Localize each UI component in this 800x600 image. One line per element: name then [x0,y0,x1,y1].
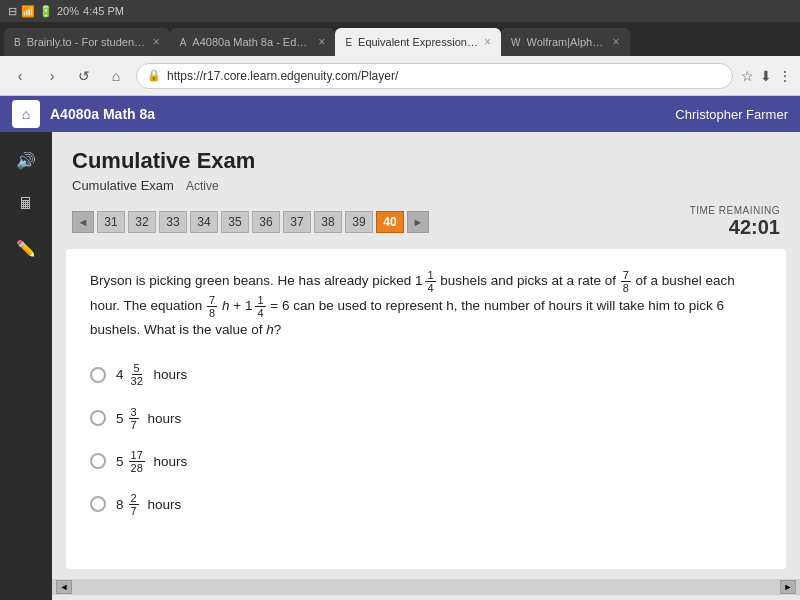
main-content: Cumulative Exam Cumulative Exam Active ◄… [52,132,800,600]
scroll-right[interactable]: ► [780,580,796,594]
audio-icon[interactable]: 🔊 [8,142,44,178]
answer-text-c: 5 17 28 hours [116,449,187,474]
content-area: 🔊 🖩 ✏️ Cumulative Exam Cumulative Exam A… [0,132,800,600]
exam-subtitle: Cumulative Exam [72,178,174,193]
eq-const-whole: 1 [245,295,253,318]
answer-option-b[interactable]: 5 3 7 hours [90,406,762,431]
timer-value: 42:01 [690,216,780,239]
nav-num-36[interactable]: 36 [252,211,280,233]
system-icon-3: 🔋 [39,5,53,18]
browser-tabs: B Brainly.to - For students... × A A4080… [0,22,800,56]
nav-num-38[interactable]: 38 [314,211,342,233]
app-header: ⌂ A4080a Math 8a Christopher Farmer [0,96,800,132]
nav-num-32[interactable]: 32 [128,211,156,233]
eq-var: h [222,298,230,313]
address-box[interactable]: 🔒 https://r17.core.learn.edgenuity.com/P… [136,63,733,89]
tab-label-brainly: Brainly.to - For students... [27,36,147,48]
eq-plus: + [233,298,245,313]
answer-option-a[interactable]: 4 5 32 hours [90,362,762,387]
tab-favicon-wolfram: W [511,37,520,48]
nav-num-31[interactable]: 31 [97,211,125,233]
address-bar: ‹ › ↺ ⌂ 🔒 https://r17.core.learn.edgenui… [0,56,800,96]
menu-icon[interactable]: ⋮ [778,68,792,84]
tab-label-edgenuity: A4080a Math 8a - Edgenu... [192,36,312,48]
answer-frac-b: 3 7 [129,406,139,431]
calculator-icon[interactable]: 🖩 [8,186,44,222]
answer-option-c[interactable]: 5 17 28 hours [90,449,762,474]
forward-button[interactable]: › [40,64,64,88]
tab-brainly[interactable]: B Brainly.to - For students... × [4,28,170,56]
picked-whole: 1 [415,270,423,293]
timer-label: TIME REMAINING [690,205,780,216]
answer-options: 4 5 32 hours 5 3 7 [90,362,762,517]
tab-close-edgenuity[interactable]: × [318,35,325,49]
nav-actions: ☆ ⬇ ⋮ [741,68,792,84]
tab-edgenuity[interactable]: A A4080a Math 8a - Edgenu... × [170,28,336,56]
answer-frac-c: 17 28 [129,449,145,474]
tab-equivalent[interactable]: E Equivalent Expressions Cal... × [335,28,501,56]
timer-area: TIME REMAINING 42:01 [690,205,780,239]
question-text: Bryson is picking green beans. He has al… [90,269,762,342]
titlebar-icons: ⊟ 📶 🔋 20% 4:45 PM [8,5,124,18]
tab-label-equivalent: Equivalent Expressions Cal... [358,36,478,48]
question-text-before: Bryson is picking green beans. He has al… [90,273,415,288]
rate-fraction: 7 8 [621,269,631,294]
lock-icon: 🔒 [147,69,161,82]
exam-title: Cumulative Exam [72,148,780,174]
system-icon-1: ⊟ [8,5,17,18]
nav-num-34[interactable]: 34 [190,211,218,233]
exam-subtitle-row: Cumulative Exam Active [72,178,780,193]
refresh-button[interactable]: ↺ [72,64,96,88]
question-text-after1: bushels and picks at a rate of [440,273,619,288]
answer-option-d[interactable]: 8 2 7 hours [90,492,762,517]
radio-c[interactable] [90,453,106,469]
tab-label-wolfram: Wolfram|Alpha Widget: Equ... [527,36,607,48]
system-time: 4:45 PM [83,5,124,17]
exam-header: Cumulative Exam Cumulative Exam Active [52,132,800,201]
tab-close-brainly[interactable]: × [153,35,160,49]
notes-icon[interactable]: ✏️ [8,230,44,266]
nav-num-33[interactable]: 33 [159,211,187,233]
nav-next-button[interactable]: ► [407,211,429,233]
tab-favicon-edgenuity: A [180,37,187,48]
address-url: https://r17.core.learn.edgenuity.com/Pla… [167,69,398,83]
answer-text-d: 8 2 7 hours [116,492,181,517]
question-nav-bar: ◄ 31 32 33 34 35 36 37 38 39 40 ► TIME R… [52,201,800,243]
eq-equals: = 6 [270,298,289,313]
app-title: A4080a Math 8a [50,106,675,122]
active-badge: Active [186,179,219,193]
eq-constant: 1 1 4 [245,294,267,319]
nav-num-40-current[interactable]: 40 [376,211,404,233]
user-name: Christopher Farmer [675,107,788,122]
download-icon[interactable]: ⬇ [760,68,772,84]
system-icon-2: 📶 [21,5,35,18]
back-button[interactable]: ‹ [8,64,32,88]
tab-close-equivalent[interactable]: × [484,35,491,49]
eq-const-frac: 1 4 [255,294,265,319]
system-icon-4: 20% [57,5,79,17]
bottom-scrollbar: ◄ ► [52,579,800,595]
radio-d[interactable] [90,496,106,512]
tab-favicon-equivalent: E [345,37,352,48]
bookmark-icon[interactable]: ☆ [741,68,754,84]
scroll-left[interactable]: ◄ [56,580,72,594]
radio-b[interactable] [90,410,106,426]
tab-favicon-brainly: B [14,37,21,48]
nav-prev-button[interactable]: ◄ [72,211,94,233]
nav-num-35[interactable]: 35 [221,211,249,233]
answer-frac-a: 5 32 [129,362,145,387]
browser-titlebar: ⊟ 📶 🔋 20% 4:45 PM [0,0,800,22]
answer-text-a: 4 5 32 hours [116,362,187,387]
eq-coeff: 7 8 [207,294,217,319]
answer-frac-d: 2 7 [129,492,139,517]
picked-amount: 1 1 4 [415,269,437,294]
home-button[interactable]: ⌂ [104,64,128,88]
nav-num-37[interactable]: 37 [283,211,311,233]
left-sidebar: 🔊 🖩 ✏️ [0,132,52,600]
tab-wolfram[interactable]: W Wolfram|Alpha Widget: Equ... × [501,28,629,56]
tab-close-wolfram[interactable]: × [613,35,620,49]
question-card: Bryson is picking green beans. He has al… [66,249,786,569]
answer-text-b: 5 3 7 hours [116,406,181,431]
nav-num-39[interactable]: 39 [345,211,373,233]
radio-a[interactable] [90,367,106,383]
